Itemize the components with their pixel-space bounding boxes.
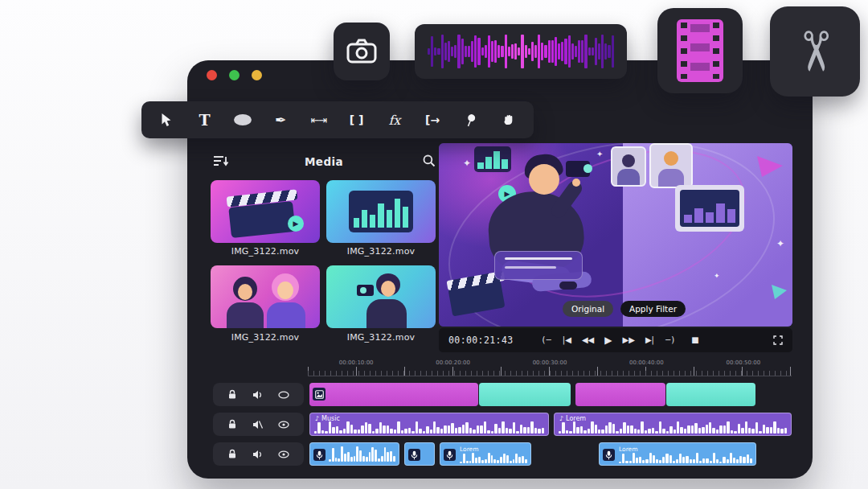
transport-bar: 00:00:21:43 (− |◀ ◀◀ ▶ ▶▶ ▶| −) ■	[439, 328, 792, 352]
video-clip[interactable]	[479, 383, 571, 406]
lock-icon[interactable]	[227, 389, 237, 400]
voice-clip[interactable]	[309, 442, 399, 466]
waveform-panel[interactable]	[415, 24, 627, 79]
frame-face	[664, 151, 678, 166]
photo-frame	[649, 143, 693, 188]
histogram-graphic	[349, 191, 413, 232]
clapperboard-body	[228, 201, 296, 238]
pin-icon	[463, 112, 477, 129]
lock-icon[interactable]	[227, 449, 237, 459]
play-button[interactable]: ▶	[604, 335, 612, 345]
ruler-label: 00:00:20:00	[404, 360, 501, 366]
rewind-button[interactable]: ◀◀	[582, 336, 594, 344]
music-clip[interactable]: ♪ Music	[309, 413, 549, 436]
video-track-header	[213, 383, 304, 406]
timecode-display: 00:00:21:43	[448, 335, 514, 346]
camera-lens	[360, 287, 366, 294]
marquee-tool[interactable]: [ ]	[344, 107, 370, 133]
distribute-tool[interactable]: ⇤⇥	[305, 107, 331, 133]
bar	[403, 207, 408, 228]
original-button[interactable]: Original	[563, 301, 613, 317]
hand-tool[interactable]	[496, 107, 522, 133]
next-frame-button[interactable]: ▶|	[645, 336, 654, 344]
cursor-icon	[161, 113, 172, 127]
shape-tool[interactable]	[230, 107, 256, 133]
prev-frame-button[interactable]: |◀	[563, 336, 571, 344]
mute-speaker-icon[interactable]	[252, 420, 264, 429]
speaker-icon[interactable]	[252, 450, 264, 459]
scene-control-panel	[494, 251, 583, 280]
fullscreen-icon[interactable]	[773, 335, 783, 345]
slider	[505, 257, 572, 260]
mic-badge-icon	[444, 449, 456, 461]
sparkle-icon: ✦	[776, 238, 784, 249]
pin-tool[interactable]	[457, 107, 483, 133]
close-window-button[interactable]	[207, 70, 217, 80]
music-track-header	[213, 413, 304, 436]
lock-icon[interactable]	[227, 419, 237, 429]
person-body	[366, 299, 407, 328]
magenta-waveform-graphic	[428, 35, 614, 68]
select-tool[interactable]	[154, 107, 179, 133]
window-controls	[207, 70, 262, 80]
cut-button[interactable]: ✂	[770, 6, 860, 97]
film-holes	[713, 23, 719, 79]
person1-body	[227, 302, 264, 328]
bar	[354, 218, 359, 228]
video-clip[interactable]	[309, 383, 478, 406]
ruler-label: 00:00:10:00	[308, 360, 404, 366]
minimize-window-button[interactable]	[252, 70, 262, 80]
video-clip[interactable]	[666, 383, 755, 406]
media-filename: IMG_3122.mov	[211, 246, 320, 257]
export-tool[interactable]: [→	[420, 107, 445, 133]
audio-waveform-graphic	[329, 446, 395, 462]
search-icon[interactable]	[423, 154, 436, 167]
mark-in-button[interactable]: (−	[542, 336, 552, 344]
apply-filter-button[interactable]: Apply Filter	[620, 301, 686, 317]
image-badge-icon	[313, 388, 326, 401]
eye-icon[interactable]	[278, 450, 289, 458]
music-track: ♪ Music ♪ Lorem	[309, 413, 792, 436]
media-thumbnail-people[interactable]	[211, 265, 320, 328]
video-clip[interactable]	[575, 383, 665, 406]
camera-icon	[346, 39, 377, 64]
sparkle-icon: ✦	[714, 272, 720, 280]
timeline-ruler[interactable]: 00:00:10:00 00:00:20:00 00:00:30:00 00:0…	[308, 359, 792, 376]
bar	[493, 151, 500, 169]
voice-clip[interactable]: Lorem	[440, 442, 531, 466]
voice-clip[interactable]: Lorem	[599, 442, 756, 466]
character-head	[529, 164, 559, 195]
media-panel-header: Media	[212, 151, 436, 172]
media-thumbnail-chart[interactable]	[326, 180, 436, 243]
music-clip[interactable]: ♪ Lorem	[554, 413, 792, 436]
fast-forward-button[interactable]: ▶▶	[623, 336, 635, 344]
film-holes	[681, 23, 687, 79]
media-filename: IMG_3122.mov	[326, 332, 436, 343]
person-face	[381, 281, 395, 297]
media-thumbnail-clapperboard[interactable]: ▶	[211, 180, 320, 243]
audio-waveform-graphic	[460, 453, 527, 463]
audio-waveform-graphic	[619, 453, 752, 463]
media-thumbnail-camera-person[interactable]	[326, 265, 436, 328]
character-shoe	[559, 281, 577, 290]
ruler-labels: 00:00:10:00 00:00:20:00 00:00:30:00 00:0…	[308, 360, 792, 366]
eye-icon[interactable]	[278, 421, 289, 429]
bar	[716, 203, 724, 223]
mark-out-button[interactable]: −)	[665, 336, 674, 344]
speaker-icon[interactable]	[252, 390, 264, 400]
pen-tool[interactable]: ✒	[268, 107, 293, 133]
bar	[378, 203, 383, 228]
voice-clip[interactable]	[404, 442, 435, 466]
film-clip-button[interactable]	[657, 8, 743, 93]
character-hand	[572, 179, 580, 187]
scissors-icon: ✂	[788, 29, 842, 75]
bar	[387, 210, 392, 228]
stop-button[interactable]: ■	[691, 336, 698, 344]
zoom-window-button[interactable]	[229, 70, 240, 80]
frame-body	[617, 169, 640, 185]
eye-icon[interactable]	[278, 391, 289, 399]
effects-tool[interactable]: fx	[382, 107, 407, 133]
camera-button[interactable]	[334, 23, 390, 80]
bar	[684, 215, 692, 223]
text-tool[interactable]: T	[192, 107, 218, 133]
